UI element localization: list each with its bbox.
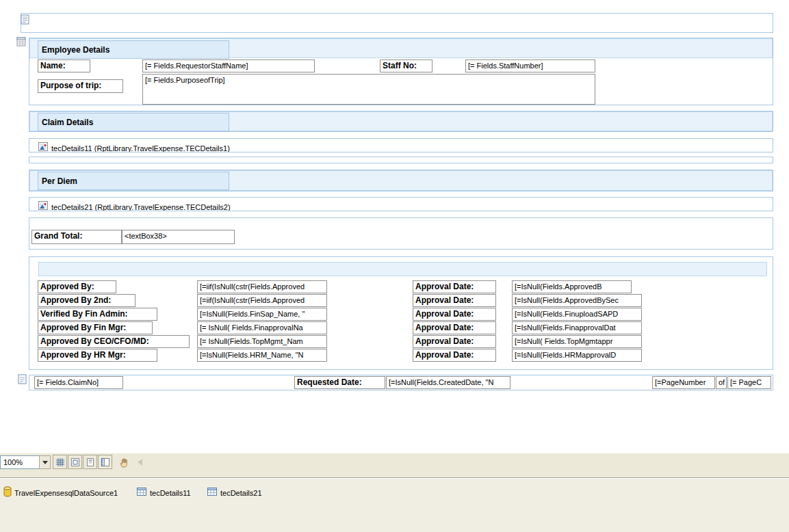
grand-total-label-textbox[interactable]: Grand Total:: [31, 230, 122, 244]
staff-no-label-textbox[interactable]: Staff No:: [380, 59, 432, 72]
back-arrow-icon: [136, 458, 143, 466]
requestor-staff-name-textbox[interactable]: [= Fields.RequestorStaffName]: [142, 59, 315, 72]
approval-date-label[interactable]: Approval Date:: [413, 308, 496, 321]
page-header-band-icon[interactable]: [21, 14, 30, 28]
approval-date-value[interactable]: [=IsNull(Fields.ApprovedBySec: [512, 294, 642, 307]
of-label-textbox[interactable]: of: [716, 376, 727, 389]
approved-by-fin-mgr-label[interactable]: Approved By Fin Mgr:: [38, 321, 153, 334]
approved-by-value[interactable]: [=iif(IsNull(cstr(Fields.Approved: [197, 280, 327, 293]
approval-date-value[interactable]: [=IsNull(Fields.HRMapprovalD: [512, 349, 642, 362]
claim-subreport-item[interactable]: tecDetails11 (RptLibrary.TravelExpense.T…: [29, 138, 773, 152]
ruler-icon: [101, 457, 110, 467]
chevron-down-icon: [42, 461, 48, 464]
hand-icon: [118, 457, 130, 468]
requested-date-label-textbox[interactable]: Requested Date:: [294, 376, 385, 389]
subreport-icon: [38, 142, 48, 152]
tray-item-tecdetails21[interactable]: tecDetails21: [207, 486, 272, 501]
employee-section-title[interactable]: Employee Details: [38, 40, 229, 59]
zoom-dropdown-button[interactable]: [39, 455, 51, 469]
tray-item-label: TravelExpensesqlDataSource1: [14, 489, 118, 497]
approval-date-value[interactable]: [=IsNull(Fields.ApprovedB: [512, 280, 632, 293]
tray-item-datasource[interactable]: TravelExpensesqlDataSource1: [3, 486, 133, 501]
designer-status-toolbar: 100%: [0, 453, 789, 478]
subreport-icon: [38, 200, 48, 211]
page-icon: [86, 457, 95, 467]
per-diem-subreport-item[interactable]: tecDetails21 (RptLibrary.TravelExpense.T…: [29, 197, 773, 211]
pan-tool-button[interactable]: [116, 453, 132, 471]
staff-number-textbox[interactable]: [= Fields.StaffNumber]: [465, 59, 595, 72]
tray-item-label: tecDetails21: [220, 489, 262, 497]
approved-by-ceo-value[interactable]: [= IsNull(Fields.TopMgmt_Nam: [197, 335, 327, 348]
page-count-textbox[interactable]: [= PageC: [727, 376, 771, 389]
approval-date-label[interactable]: Approval Date:: [413, 294, 496, 307]
purpose-of-trip-label-textbox[interactable]: Purpose of trip:: [38, 79, 123, 93]
created-date-textbox[interactable]: [=IsNull(Fields.CreatedDate, "N: [386, 376, 510, 389]
page-header-band[interactable]: [21, 13, 773, 33]
per-diem-subreport-label: tecDetails21 (RptLibrary.TravelExpense.T…: [51, 203, 231, 211]
table-icon: [207, 487, 218, 499]
grand-total-value-textbox[interactable]: <textBox38>: [122, 230, 235, 244]
page-number-textbox[interactable]: [=PageNumber: [652, 376, 715, 389]
page-footer-band-icon[interactable]: [18, 374, 27, 388]
page-corners-icon: [70, 457, 80, 467]
approved-by-ceo-label[interactable]: Approved By CEO/CFO/MD:: [38, 335, 190, 348]
approval-date-value[interactable]: [=IsNull(Fields.FinapprovalDat: [512, 321, 642, 334]
spacer-band[interactable]: [29, 157, 773, 163]
approvals-header-strip[interactable]: [38, 262, 767, 276]
approved-by-label[interactable]: Approved By:: [38, 280, 116, 293]
grid-icon: [55, 457, 65, 467]
name-label-textbox[interactable]: Name:: [38, 59, 90, 72]
approved-by-2nd-value[interactable]: [=iif(IsNull(cstr(Fields.Approved: [197, 294, 327, 307]
claim-subreport-label: tecDetails11 (RptLibrary.TravelExpense.T…: [51, 144, 230, 152]
approval-date-label[interactable]: Approval Date:: [413, 321, 496, 334]
approved-by-2nd-label[interactable]: Approved By 2nd:: [38, 294, 135, 307]
claim-section-title[interactable]: Claim Details: [38, 113, 229, 131]
approval-date-value[interactable]: [=IsNull( Fields.TopMgmtappr: [512, 335, 642, 348]
database-icon: [3, 486, 12, 501]
verified-by-fin-admin-value[interactable]: [=IsNull(Fields.FinSap_Name, ": [197, 308, 327, 321]
snap-grid-button[interactable]: [53, 455, 67, 469]
approval-date-label[interactable]: Approval Date:: [413, 280, 496, 293]
component-tray: TravelExpensesqlDataSource1 tecDetails11: [0, 479, 789, 532]
zoom-combobox[interactable]: 100%: [0, 455, 40, 469]
approved-by-hr-mgr-label[interactable]: Approved By HR Mgr:: [38, 349, 157, 362]
per-diem-section-title[interactable]: Per Diem: [38, 172, 229, 190]
report-designer-surface: Employee Details Name: [= Fields.Request…: [0, 0, 789, 532]
ruler-toggle-button[interactable]: [98, 455, 112, 469]
history-back-button[interactable]: [134, 456, 145, 468]
report-header-band-icon[interactable]: [16, 37, 27, 50]
claim-no-textbox[interactable]: [= Fields.ClaimNo]: [34, 376, 123, 389]
tray-item-tecdetails11[interactable]: tecDetails11: [137, 486, 202, 501]
page-view-button[interactable]: [83, 455, 97, 469]
verified-by-fin-admin-label[interactable]: Verified By Fin Admin:: [38, 308, 157, 321]
approved-by-fin-mgr-value[interactable]: [= IsNull( Fields.FinapprovalNa: [197, 321, 327, 334]
table-icon: [137, 487, 147, 499]
approval-date-value[interactable]: [=IsNull(Fields.FinuploadSAPD: [512, 308, 642, 321]
page-margins-button[interactable]: [68, 455, 82, 469]
approval-date-label[interactable]: Approval Date:: [413, 349, 496, 362]
approval-date-label[interactable]: Approval Date:: [413, 335, 496, 348]
purpose-of-trip-value-textbox[interactable]: [= Fields.PurposeofTrip]: [142, 74, 595, 105]
tray-item-label: tecDetails11: [150, 489, 191, 497]
approved-by-hr-mgr-value[interactable]: [=IsNull(Fields.HRM_Name, "N: [197, 349, 327, 362]
